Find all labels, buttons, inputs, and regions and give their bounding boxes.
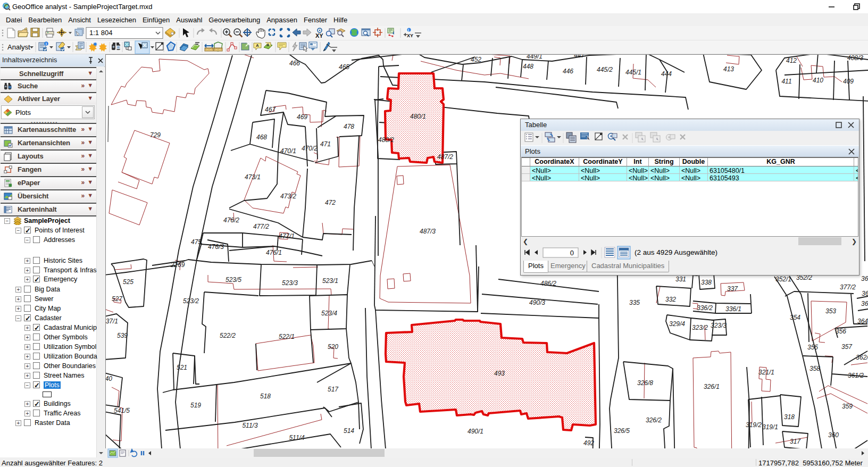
svg-text:486/2: 486/2 [540, 280, 556, 287]
svg-text:527: 527 [112, 295, 123, 303]
svg-text:492: 492 [583, 439, 594, 447]
svg-text:517: 517 [328, 386, 339, 393]
svg-text:XY: XY [315, 32, 323, 39]
svg-text:356: 356 [836, 328, 846, 335]
svg-text:329/4: 329/4 [669, 320, 685, 328]
svg-text:409: 409 [843, 78, 854, 85]
svg-text:365: 365 [861, 300, 868, 307]
svg-text:446: 446 [563, 68, 573, 75]
svg-text:525: 525 [123, 278, 133, 286]
svg-text:476/3: 476/3 [208, 243, 224, 251]
svg-text:361/2: 361/2 [848, 372, 864, 379]
svg-text:477/2: 477/2 [253, 223, 269, 230]
svg-text:490/1: 490/1 [468, 428, 483, 435]
svg-text:520: 520 [328, 343, 338, 351]
svg-text:359: 359 [842, 403, 853, 410]
svg-text:364: 364 [857, 318, 868, 325]
svg-text:487/3: 487/3 [420, 228, 436, 235]
svg-text:480/1: 480/1 [410, 113, 426, 120]
svg-text:377/2: 377/2 [840, 283, 856, 291]
svg-text:445/2: 445/2 [597, 66, 613, 73]
svg-text:412: 412 [786, 57, 797, 64]
svg-text:452: 452 [471, 56, 481, 63]
svg-text:522/2: 522/2 [220, 332, 236, 339]
svg-text:332: 332 [665, 296, 676, 303]
svg-text:2269: 2269 [170, 261, 185, 269]
svg-text:357: 357 [841, 343, 853, 351]
svg-text:519: 519 [190, 402, 201, 409]
svg-text:480/2: 480/2 [378, 136, 394, 144]
svg-text:352/1: 352/1 [775, 276, 791, 283]
svg-text:326/2: 326/2 [646, 416, 662, 424]
svg-text:358: 358 [809, 365, 820, 372]
svg-text:411: 411 [781, 78, 791, 85]
svg-text:521: 521 [177, 364, 187, 371]
svg-text:465: 465 [339, 63, 349, 71]
svg-text:337: 337 [727, 285, 738, 293]
svg-text:473/1: 473/1 [245, 173, 261, 181]
svg-text:514: 514 [344, 427, 354, 435]
svg-text:541/5: 541/5 [114, 407, 130, 414]
svg-text:321/1: 321/1 [758, 369, 774, 376]
svg-text:XY: XY [407, 33, 413, 38]
svg-text:476/2: 476/2 [223, 216, 239, 224]
svg-text:522/1: 522/1 [279, 333, 295, 340]
svg-text:323/3: 323/3 [711, 322, 727, 329]
svg-text:353: 353 [825, 307, 836, 315]
svg-text:336/2: 336/2 [697, 304, 713, 312]
svg-text:470/2: 470/2 [302, 145, 318, 152]
svg-text:368: 368 [861, 275, 868, 282]
svg-text:470/1: 470/1 [280, 147, 296, 155]
svg-text:477/1: 477/1 [279, 232, 295, 240]
svg-text:523/3: 523/3 [282, 279, 298, 287]
svg-text:0: 0 [570, 249, 574, 257]
svg-text:490/3: 490/3 [529, 299, 545, 306]
svg-text:323/2: 323/2 [692, 324, 708, 331]
svg-text:367: 367 [862, 290, 868, 297]
svg-text:413: 413 [723, 65, 734, 73]
svg-text:408/3: 408/3 [847, 55, 863, 62]
svg-text:511/3: 511/3 [242, 422, 257, 429]
svg-text:447: 447 [574, 55, 585, 59]
svg-text:523/5: 523/5 [226, 276, 241, 283]
svg-text:540: 540 [106, 375, 112, 382]
svg-text:410: 410 [813, 77, 823, 84]
svg-text:(2 aus 4929 Ausgewählte): (2 aus 4929 Ausgewählte) [635, 248, 717, 256]
svg-text:539: 539 [117, 332, 128, 339]
svg-text:518: 518 [260, 393, 271, 400]
svg-text:468: 468 [256, 134, 267, 141]
svg-text:326/1: 326/1 [704, 383, 720, 390]
svg-text:338: 338 [701, 279, 712, 286]
svg-text:319/1: 319/1 [762, 423, 778, 431]
svg-text:319/2: 319/2 [746, 421, 762, 429]
svg-text:523/2: 523/2 [183, 297, 199, 305]
svg-text:A: A [256, 43, 259, 48]
svg-text:472: 472 [325, 199, 336, 206]
svg-text:493: 493 [494, 370, 505, 377]
svg-text:537/1: 537/1 [106, 318, 118, 325]
svg-text:318: 318 [784, 413, 795, 421]
svg-text:Analyst: Analyst [7, 43, 30, 51]
svg-text:448: 448 [523, 63, 533, 70]
svg-text:445/1: 445/1 [625, 69, 641, 76]
svg-text:449/1: 449/1 [527, 55, 542, 60]
svg-text:354: 354 [790, 314, 800, 321]
svg-text:326/8: 326/8 [637, 379, 653, 387]
svg-text:475: 475 [191, 238, 202, 246]
svg-text:729: 729 [150, 131, 161, 139]
svg-text:487/2: 487/2 [437, 153, 453, 161]
svg-text:469: 469 [297, 113, 307, 121]
svg-text:317: 317 [790, 438, 801, 445]
svg-text:471: 471 [320, 140, 331, 148]
svg-text:523/1: 523/1 [322, 277, 338, 285]
svg-text:355: 355 [807, 344, 818, 351]
svg-text:335: 335 [629, 299, 640, 306]
svg-text:523/4: 523/4 [321, 310, 337, 317]
svg-text:336/1: 336/1 [725, 305, 741, 313]
svg-text:i: i [46, 41, 47, 46]
svg-text:478: 478 [344, 123, 354, 130]
svg-text:1:1 804: 1:1 804 [89, 29, 112, 37]
svg-text:467: 467 [265, 106, 276, 113]
svg-text:466: 466 [289, 60, 300, 67]
svg-text:326/5: 326/5 [614, 427, 630, 435]
